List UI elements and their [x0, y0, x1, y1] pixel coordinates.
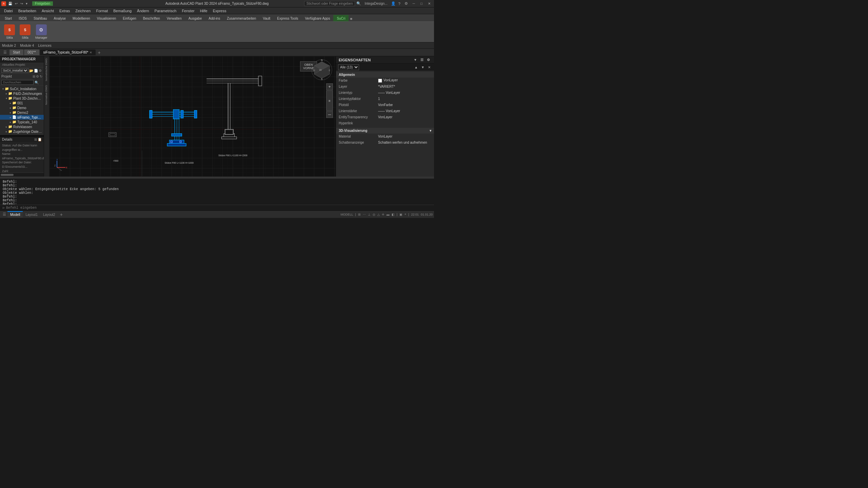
scrollbar-thumb[interactable] — [1, 174, 14, 176]
props-value-linienstaerke[interactable]: —— VonLayer — [377, 108, 434, 114]
menu-bemaszung[interactable]: Bemaßung — [111, 8, 134, 14]
tab-modell[interactable]: Modell — [7, 211, 23, 218]
close-btn[interactable]: ✕ — [426, 1, 433, 6]
project-select[interactable]: SuCri_Installation — [1, 68, 28, 73]
props-section-allgemein-header[interactable]: Allgemein — [336, 72, 434, 78]
tab-visualisieren[interactable]: Visualisieren — [94, 15, 120, 21]
tab-siframo[interactable]: siFramo_Typicals_StützeF80* ✕ — [40, 49, 96, 55]
bottom-menu-icon[interactable]: ☰ — [1, 211, 7, 217]
freigeben-btn[interactable]: Freigeben — [32, 1, 53, 6]
tree-item-pid[interactable]: ▸ 📁 P&ID-Zeichnungen — [0, 91, 44, 96]
search-box[interactable]: Stichwort oder Frage eingeben — [304, 1, 355, 6]
status-transparency-btn[interactable]: ◧ — [392, 213, 395, 216]
quick-save-btn[interactable]: 💾 — [7, 2, 13, 5]
status-snap-btn[interactable]: ⋯ — [363, 213, 366, 216]
zoom-out-btn[interactable]: ─ — [326, 111, 333, 118]
props-value-transparency[interactable]: VonLayer — [377, 115, 434, 120]
status-grid-btn[interactable]: ⊞ — [358, 213, 361, 216]
tab-verfuegbare-apps[interactable]: Verfügbare Apps — [301, 15, 333, 21]
proj-settings2-btn[interactable]: ⚙ — [36, 75, 39, 78]
tab-analyse[interactable]: Analyse — [51, 15, 70, 21]
tab-layout2[interactable]: Layout2 — [40, 211, 58, 218]
drawing-canvas[interactable]: Stütze F80 L=1100 H=1000 Stütze F80 L=11… — [50, 56, 336, 177]
status-polar-btn[interactable]: ◎ — [373, 213, 375, 216]
props-value-material[interactable]: VonLayer — [377, 134, 434, 139]
menu-hilfe[interactable]: Hilfe — [197, 8, 210, 14]
tab-addins[interactable]: Add-ins — [205, 15, 223, 21]
project-settings-btn[interactable]: ⚙ — [39, 69, 42, 73]
zoom-in-btn[interactable]: + — [326, 83, 333, 90]
properties-filter-select[interactable]: Alle (13) — [338, 64, 359, 70]
sidebar-search-btn[interactable]: 🔍 — [34, 81, 40, 84]
sidebar-scrollbar[interactable] — [0, 172, 44, 177]
tree-item-rohrklassen[interactable]: ▸ 📁 Rohrklassen — [0, 124, 44, 129]
props-value-plotstil[interactable]: VonFarbe — [377, 102, 434, 107]
menu-extras[interactable]: Extras — [57, 8, 73, 14]
redo-btn[interactable]: ↪ — [20, 2, 24, 5]
props-filter-btn[interactable]: ▼ — [412, 58, 418, 62]
menu-format[interactable]: Format — [93, 8, 111, 14]
project-new-btn[interactable]: 📄 — [34, 69, 38, 73]
status-linewidth-btn[interactable]: ▬ — [387, 213, 390, 216]
settings-icon[interactable]: ⚙ — [403, 1, 409, 6]
tab-sucri[interactable]: SuCri — [333, 15, 349, 21]
tab-home[interactable]: Start — [9, 49, 23, 55]
menu-bearbeiten[interactable]: Bearbeiten — [16, 8, 39, 14]
search-icon[interactable]: 🔍 — [356, 1, 361, 6]
tree-item-typicals[interactable]: ▸ 📁 Typicals_140 — [0, 120, 44, 124]
status-gizmo-btn[interactable]: ⌖ — [405, 212, 406, 216]
pan-btn[interactable]: ≡ — [326, 90, 333, 111]
tab-stahlbau[interactable]: Stahlbau — [30, 15, 50, 21]
vert-label-isometric[interactable]: Isometrische DWG — [44, 56, 49, 83]
tab-layout1[interactable]: Layout1 — [23, 211, 40, 218]
tree-item-001[interactable]: ▸ 📁 001 — [0, 101, 44, 105]
tab-modellieren[interactable]: Modellieren — [69, 15, 94, 21]
tab-number[interactable]: 001** — [24, 49, 39, 55]
tab-einfuegen[interactable]: Einfügen — [119, 15, 139, 21]
tab-verwalten[interactable]: Verwalten — [163, 15, 185, 21]
props-value-layer[interactable]: *VARIERT* — [377, 84, 434, 89]
tree-item-demo[interactable]: ▸ 📁 Demo — [0, 105, 44, 110]
help-icon[interactable]: ? — [397, 2, 402, 6]
tree-item-siframo[interactable]: ▸ 📄 siFramo_Typicals_StützeF80 — [0, 115, 44, 120]
module-2[interactable]: Module 2 — [2, 44, 16, 47]
tab-express-tools[interactable]: Express Tools — [274, 15, 301, 21]
undo-btn[interactable]: ↩ — [14, 2, 18, 5]
manager-btn[interactable]: ⚙ Manager — [33, 23, 50, 41]
menu-zeichnen[interactable]: Zeichnen — [73, 8, 93, 14]
canvas[interactable]: Stütze F80 L=1100 H=1000 Stütze F80 L=11… — [50, 56, 336, 177]
menu-parametrisch[interactable]: Parametrisch — [152, 8, 179, 14]
props-value-farbe[interactable]: VonLayer — [377, 78, 434, 83]
menu-express[interactable]: Express — [210, 8, 229, 14]
tab-start[interactable]: Start — [1, 15, 15, 21]
tab-ausgabe[interactable]: Ausgabe — [185, 15, 205, 21]
status-ortho-btn[interactable]: ⊥ — [368, 213, 371, 216]
project-open-btn[interactable]: 📂 — [29, 69, 33, 73]
status-osnap-btn[interactable]: △ — [377, 213, 380, 216]
props-value-linientypfaktor[interactable]: 1 — [377, 96, 434, 101]
props-section-3dvis-header[interactable]: 3D-Visualisierung ▾ — [336, 128, 434, 134]
user-icon[interactable]: 👤 — [391, 1, 396, 6]
tab-extra-btn[interactable]: ■ — [349, 16, 354, 21]
sidebar-search-input[interactable] — [1, 80, 34, 85]
status-otrack-btn[interactable]: ✛ — [382, 213, 384, 216]
props-value-hyperlink[interactable] — [377, 123, 434, 124]
canvas-area[interactable]: Stütze F80 L=1100 H=1000 Stütze F80 L=11… — [50, 56, 336, 177]
props-settings-btn[interactable]: ⚙ — [426, 58, 431, 62]
module-licences[interactable]: Licences — [38, 44, 51, 47]
tab-beschriften[interactable]: Beschriften — [140, 15, 163, 21]
props-list-btn[interactable]: ☰ — [419, 58, 425, 62]
sikla-btn[interactable]: S Sikla — [2, 23, 17, 41]
props-value-linientyp[interactable]: —— VonLayer — [377, 90, 434, 95]
vert-label-normative[interactable]: Normative DWG — [44, 83, 49, 107]
menu-datei[interactable]: Datei — [1, 8, 16, 14]
module-4[interactable]: Module 4 — [20, 44, 34, 47]
props-value-schatten[interactable]: Schatten werfen und aufnehmen — [377, 140, 434, 145]
proj-expand-btn[interactable]: ⊞ — [33, 75, 35, 78]
menu-ansicht[interactable]: Ansicht — [39, 8, 57, 14]
menu-aendern[interactable]: Ändern — [134, 8, 152, 14]
sikla2-btn[interactable]: S Sikla — [18, 23, 33, 41]
status-selection-btn[interactable]: ▣ — [399, 213, 402, 216]
tree-item-root[interactable]: ▾ 📁 SuCri_Installation — [0, 86, 44, 91]
status-modell-btn[interactable]: MODELL — [340, 213, 353, 216]
